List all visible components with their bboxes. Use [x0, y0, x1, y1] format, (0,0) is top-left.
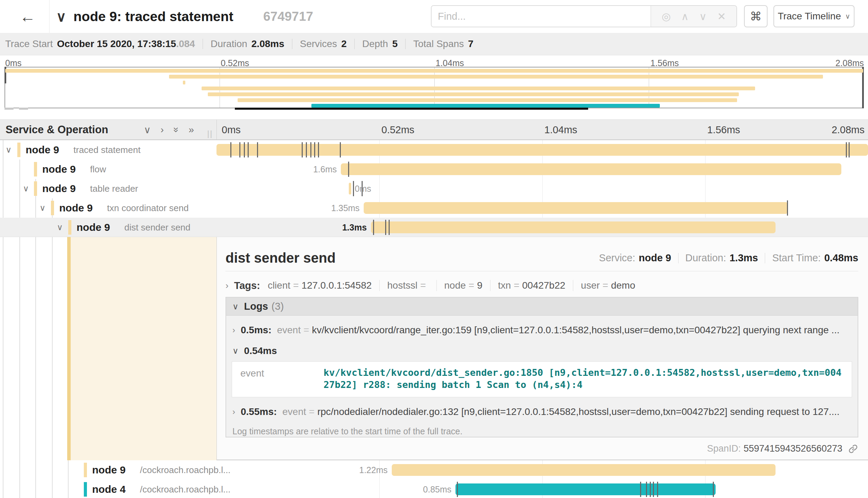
span-event-tick — [340, 142, 341, 157]
span-timeline[interactable]: 1.3ms — [216, 218, 868, 237]
locate-icon[interactable]: ◎ — [662, 10, 671, 22]
span-duration-bar[interactable] — [364, 202, 788, 214]
logs-count: (3) — [272, 301, 284, 312]
span-event-tick — [646, 482, 647, 497]
span-duration-bar[interactable] — [455, 483, 716, 495]
minimap-span-bar — [202, 87, 755, 90]
span-event-tick — [230, 142, 231, 157]
log-entry-collapsed[interactable]: ›0.55ms:event=rpc/nodedialer/nodedialer.… — [226, 406, 858, 417]
stat-separator — [678, 253, 679, 263]
minimap-scrollbar[interactable] — [235, 108, 588, 110]
find-input[interactable] — [432, 6, 650, 27]
span-detail-panel: dist sender send Service:node 9Duration:… — [216, 237, 868, 460]
summary-value: October 15 2020, 17:38:15 — [57, 38, 176, 49]
selected-span-tint — [71, 237, 216, 460]
chevron-down-icon[interactable]: ∨ — [57, 218, 63, 237]
minimap-grip[interactable] — [5, 108, 14, 110]
span-duration-bar[interactable] — [341, 163, 841, 175]
service-name: node 9 — [26, 140, 59, 160]
copy-link-icon[interactable] — [848, 444, 858, 454]
span-event-tick — [640, 482, 641, 497]
chevron-down-icon[interactable]: ∨ — [39, 198, 46, 218]
span-timeline[interactable]: 0ms — [216, 179, 868, 198]
minimap-right-handle[interactable] — [862, 67, 864, 108]
operation-name: traced statement — [73, 140, 141, 160]
span-duration-bar[interactable] — [392, 464, 776, 476]
span-event-tick — [318, 142, 319, 157]
span-event-tick — [244, 142, 245, 157]
selected-span-color-band — [67, 237, 71, 460]
span-id-label: SpanID: — [707, 443, 741, 454]
timeline-minimap[interactable]: 0ms0.52ms1.04ms1.56ms2.08ms — [0, 55, 868, 119]
span-timeline[interactable]: 1.6ms — [216, 160, 868, 179]
span-duration-label: 0ms — [355, 179, 371, 198]
tag-value: demo — [611, 280, 635, 291]
span-timeline[interactable]: 1.22ms — [216, 460, 868, 480]
span-row[interactable]: node 9/cockroach.roachpb.l...1.22ms — [0, 460, 868, 480]
log-entry-expanded-header[interactable]: ∨0.54ms — [226, 345, 858, 356]
tag-value: 127.0.0.1:54582 — [302, 280, 372, 291]
back-button[interactable]: ← — [7, 0, 48, 33]
span-duration-bar[interactable] — [349, 183, 352, 194]
span-timeline[interactable] — [216, 140, 868, 160]
tags-label: Tags: — [234, 280, 260, 291]
chevron-down-icon: ∨ — [845, 12, 850, 20]
prev-match-icon[interactable]: ∧ — [681, 10, 689, 22]
span-row[interactable]: node 4/cockroach.roachpb.l...0.85ms — [0, 480, 868, 498]
log-entry-collapsed[interactable]: ›0.5ms:event=kv/kvclient/kvcoord/range_i… — [226, 325, 858, 336]
tag-key: node — [444, 280, 466, 291]
tag-equals: = — [420, 280, 426, 291]
service-color-bar — [34, 162, 37, 176]
minimap-span-bar — [311, 104, 660, 108]
timeline-tick-label: 1.04ms — [544, 120, 577, 140]
next-match-icon[interactable]: ∨ — [699, 10, 707, 22]
minimap-canvas[interactable] — [5, 67, 864, 108]
tag-separator — [379, 280, 380, 291]
page-header: ← ∨ node 9: traced statement 6749717 ◎ ∧… — [0, 0, 868, 33]
collapse-all-icon[interactable]: » — [171, 127, 182, 133]
view-selector-button[interactable]: Trace Timeline ∨ — [773, 5, 854, 27]
summary-value: 7 — [468, 38, 473, 49]
timeline-header: Service & Operation ∨›»» || 0ms0.52ms1.0… — [0, 119, 868, 140]
span-timeline[interactable]: 1.35ms — [216, 198, 868, 218]
span-row[interactable]: ∨node 9dist sender send1.3ms — [0, 218, 868, 237]
log-timestamp: 0.5ms: — [241, 325, 272, 336]
collapse-one-icon[interactable]: ∨ — [144, 124, 151, 136]
summary-label: Services — [300, 38, 337, 49]
log-timestamp: 0.54ms — [244, 345, 277, 356]
span-timeline[interactable]: 0.85ms — [216, 480, 868, 498]
tags-row[interactable]: ›Tags:client=127.0.0.1:54582hostssl=node… — [225, 277, 858, 294]
service-color-bar — [84, 463, 87, 477]
title-collapse-icon[interactable]: ∨ — [56, 0, 66, 33]
span-row[interactable]: ∨node 9table reader0ms — [0, 179, 868, 198]
expand-one-icon[interactable]: › — [161, 124, 164, 135]
stat-value: 0.48ms — [824, 252, 858, 264]
chevron-down-icon[interactable]: ∨ — [6, 140, 12, 160]
tag-equals: = — [514, 280, 519, 291]
tag-key: txn — [498, 280, 511, 291]
span-row[interactable]: ∨node 9traced statement — [0, 140, 868, 160]
minimap-grip[interactable] — [19, 108, 28, 110]
tag-separator — [436, 280, 437, 291]
span-duration-bar[interactable] — [371, 221, 776, 233]
span-event-tick — [653, 482, 654, 497]
column-divider — [216, 120, 217, 140]
expand-all-icon[interactable]: » — [188, 124, 194, 135]
tag-equals: = — [603, 280, 608, 291]
chevron-down-icon[interactable]: ∨ — [23, 179, 29, 198]
summary-label: Trace Start — [5, 38, 53, 49]
log-field-key: event — [277, 325, 301, 336]
logs-footer-note: Log timestamps are relative to the start… — [226, 426, 858, 436]
chevron-down-icon: ∨ — [232, 302, 239, 311]
logs-header[interactable]: ∨ Logs (3) — [226, 298, 858, 316]
minimap-span-bar — [183, 81, 185, 84]
column-resizer-handle[interactable]: || — [207, 129, 213, 138]
minimap-span-bar — [238, 98, 737, 102]
keyboard-shortcuts-button[interactable]: ⌘ — [744, 5, 768, 27]
log-field-value: kv/kvclient/kvcoord/range_iter.go:159 [n… — [312, 325, 840, 336]
clear-search-icon[interactable]: ✕ — [717, 10, 726, 22]
span-row[interactable]: ∨node 9txn coordinator send1.35ms — [0, 198, 868, 218]
span-row[interactable]: node 9flow1.6ms — [0, 160, 868, 179]
trace-summary-bar: Trace StartOctober 15 2020, 17:38:15.084… — [0, 33, 868, 55]
span-rows-region: dist sender send Service:node 9Duration:… — [0, 140, 868, 498]
